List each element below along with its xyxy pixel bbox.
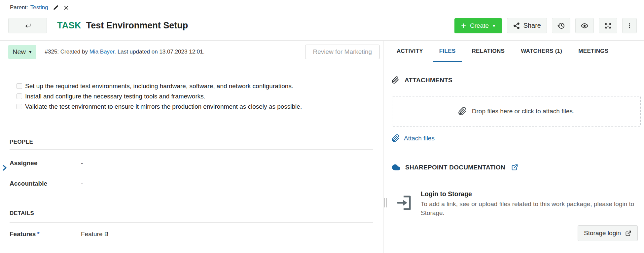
detail-tabs: ACTIVITY FILES RELATIONS WATCHERS (1) ME… [383, 41, 644, 62]
sharepoint-heading-text: SHAREPOINT DOCUMENTATION [405, 164, 505, 171]
create-label: Create [470, 22, 489, 29]
share-button[interactable]: Share [507, 18, 547, 33]
split-view: New ▾ #325: Created by Mia Bayer. Last u… [0, 41, 644, 253]
files-side-panel: ACTIVITY FILES RELATIONS WATCHERS (1) ME… [383, 41, 644, 253]
storage-login-label: Storage login [584, 230, 621, 237]
fullscreen-button[interactable] [599, 18, 617, 33]
features-label-text: Features [10, 231, 36, 237]
storage-login-button[interactable]: Storage login [578, 225, 638, 241]
tab-activity[interactable]: ACTIVITY [391, 41, 429, 62]
attach-files-link[interactable]: Attach files [392, 134, 435, 142]
eye-icon [581, 22, 589, 30]
storage-login-info: Login to Storage To add a link, see or u… [421, 189, 640, 217]
checklist-text: Set up the required test environments, i… [25, 83, 293, 90]
accountable-value[interactable]: - [81, 180, 83, 187]
attach-file-icon [392, 134, 400, 142]
create-button[interactable]: + Create ▾ [454, 18, 502, 33]
meta-prefix: #325: Created by [45, 49, 89, 55]
chevron-down-icon: ▾ [29, 49, 32, 55]
tab-watchers[interactable]: WATCHERS (1) [515, 41, 568, 62]
required-marker: * [37, 231, 39, 237]
share-label: Share [523, 22, 541, 29]
assignee-value[interactable]: - [81, 160, 83, 167]
checkbox[interactable] [17, 93, 22, 99]
attach-file-icon [458, 107, 467, 116]
assignee-label: Assignee [10, 160, 81, 167]
status-row: New ▾ #325: Created by Mia Bayer. Last u… [8, 45, 380, 59]
fullscreen-icon [604, 22, 612, 29]
divider [10, 222, 373, 223]
work-package-main: New ▾ #325: Created by Mia Bayer. Last u… [0, 41, 383, 253]
tab-files[interactable]: FILES [433, 41, 462, 62]
assignee-field: Assignee - [10, 160, 83, 167]
external-link-icon [625, 230, 631, 236]
meta-info: #325: Created by Mia Bayer. Last updated… [45, 49, 205, 55]
history-clock-icon [557, 22, 565, 30]
author-link[interactable]: Mia Bayer [89, 49, 115, 55]
breadcrumb: Parent: Testing [10, 3, 69, 12]
people-section-heading: PEOPLE [10, 139, 33, 145]
dropzone-text: Drop files here or click to attach files… [472, 108, 574, 115]
divider [10, 149, 373, 150]
list-item: Install and configure the necessary test… [17, 91, 302, 101]
features-value[interactable]: Feature B [81, 231, 108, 238]
attachments-heading: ATTACHMENTS [392, 76, 452, 84]
attach-files-label: Attach files [404, 135, 435, 142]
features-field: Features* Feature B [10, 231, 108, 238]
work-package-type[interactable]: TASK [57, 20, 81, 31]
divider [383, 181, 644, 181]
share-icon [513, 22, 520, 29]
status-value: New [13, 48, 26, 56]
external-link-icon[interactable] [511, 164, 518, 171]
meta-suffix: . Last updated on 13.07.2023 12:01. [114, 49, 204, 55]
paperclip-icon [392, 76, 399, 84]
page-title[interactable]: Test Environment Setup [86, 20, 188, 31]
remove-parent-icon[interactable] [63, 5, 69, 11]
storage-login-description: To add a link, see or upload files relat… [421, 200, 640, 217]
status-dropdown[interactable]: New ▾ [8, 45, 36, 59]
checkbox[interactable] [17, 104, 22, 109]
login-icon [397, 193, 412, 212]
chevron-right-icon[interactable] [1, 164, 8, 171]
details-section-heading: DETAILS [10, 210, 34, 217]
storage-login-heading: Login to Storage [421, 189, 640, 199]
accountable-label: Accountable [10, 180, 81, 187]
back-button[interactable] [8, 18, 47, 33]
checkbox[interactable] [17, 83, 22, 89]
tab-relations[interactable]: RELATIONS [466, 41, 511, 62]
accountable-field: Accountable - [10, 180, 83, 187]
tab-meetings[interactable]: MEETINGS [572, 41, 614, 62]
back-arrow-icon [24, 22, 31, 29]
edit-parent-icon[interactable] [53, 5, 59, 11]
panel-resize-handle[interactable] [384, 198, 387, 207]
parent-link[interactable]: Testing [30, 4, 48, 11]
sharepoint-section-heading: SHAREPOINT DOCUMENTATION [392, 163, 518, 172]
list-item: Set up the required test environments, i… [17, 81, 302, 91]
parent-label: Parent: [10, 4, 28, 11]
checklist-text: Install and configure the necessary test… [25, 93, 205, 100]
title-row: TASK Test Environment Setup + Create ▾ S… [8, 18, 637, 33]
chevron-down-icon: ▾ [493, 23, 495, 29]
file-dropzone[interactable]: Drop files here or click to attach files… [392, 96, 641, 126]
list-item: Validate the test environment to ensure … [17, 101, 302, 112]
watch-button[interactable] [575, 18, 594, 33]
work-package-detail-page: Parent: Testing TASK Test Environment Se… [0, 0, 644, 253]
plus-icon: + [461, 21, 466, 30]
cloud-icon [392, 163, 401, 172]
more-menu-button[interactable] [622, 18, 637, 33]
kebab-menu-icon [626, 22, 633, 29]
features-label: Features* [10, 231, 81, 238]
checklist-text: Validate the test environment to ensure … [25, 103, 302, 110]
divider [392, 93, 641, 93]
attachments-heading-text: ATTACHMENTS [405, 77, 452, 84]
description-checklist: Set up the required test environments, i… [17, 81, 302, 112]
baseline-history-button[interactable] [552, 18, 570, 33]
toolbar: + Create ▾ Share [454, 18, 637, 33]
review-for-marketing-button[interactable]: Review for Marketing [305, 45, 380, 59]
